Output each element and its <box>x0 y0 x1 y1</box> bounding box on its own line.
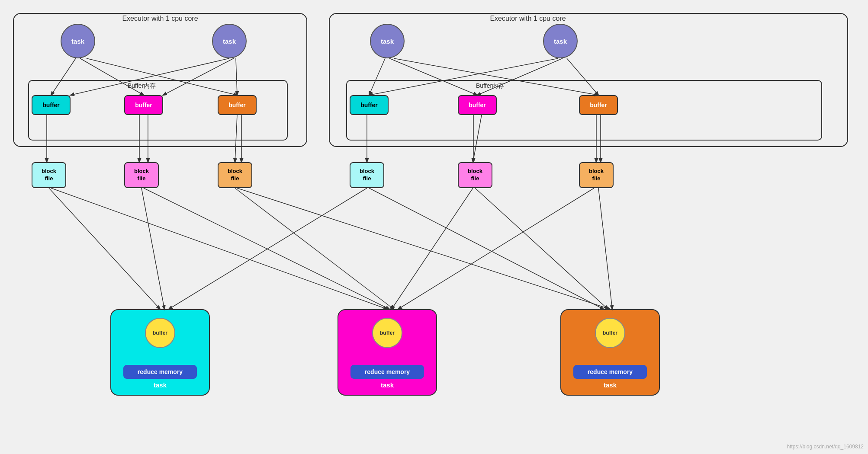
buffer-right-orange: buffer <box>579 95 618 115</box>
reduce-box-cyan: buffer reduce memory task <box>110 309 210 396</box>
svg-line-23 <box>51 188 387 309</box>
reduce-memory-btn-magenta: reduce memory <box>350 365 424 379</box>
svg-line-22 <box>49 188 160 309</box>
block-left-orange: blockfile <box>218 162 252 188</box>
diagram: Executor with 1 cpu core Buffer内存 Execut… <box>0 0 868 454</box>
svg-line-24 <box>141 188 164 309</box>
buffer-right-cyan: buffer <box>350 95 389 115</box>
buffer-mem-label-right: Buffer内存 <box>476 82 504 90</box>
block-left-magenta: blockfile <box>124 162 159 188</box>
reduce-buffer-circle-orange: buffer <box>595 318 625 348</box>
svg-line-30 <box>392 188 473 309</box>
svg-line-27 <box>237 188 610 309</box>
buffer-left-orange: buffer <box>218 95 257 115</box>
buffer-right-magenta: buffer <box>458 95 497 115</box>
executor-label-right: Executor with 1 cpu core <box>454 15 601 22</box>
watermark: https://blog.csdn.net/qq_1609812 <box>787 444 864 450</box>
buffer-left-cyan: buffer <box>32 95 71 115</box>
task-circle-left-1: task <box>61 24 95 58</box>
block-right-cyan: blockfile <box>350 162 384 188</box>
executor-label-left: Executor with 1 cpu core <box>87 15 234 22</box>
svg-line-33 <box>598 188 612 309</box>
task-circle-right-1: task <box>370 24 405 58</box>
block-right-magenta: blockfile <box>458 162 492 188</box>
buffer-left-magenta: buffer <box>124 95 163 115</box>
reduce-buffer-circle-magenta: buffer <box>372 318 402 348</box>
reduce-task-label-cyan: task <box>154 381 167 389</box>
svg-line-28 <box>169 188 367 309</box>
task-circle-right-2: task <box>543 24 578 58</box>
svg-line-26 <box>235 188 394 309</box>
reduce-box-orange: buffer reduce memory task <box>560 309 660 396</box>
reduce-memory-btn-orange: reduce memory <box>573 365 647 379</box>
reduce-buffer-circle-cyan: buffer <box>145 318 175 348</box>
svg-line-32 <box>398 188 594 309</box>
reduce-task-label-magenta: task <box>381 381 394 389</box>
block-left-cyan: blockfile <box>32 162 66 188</box>
reduce-box-magenta: buffer reduce memory task <box>338 309 437 396</box>
svg-line-29 <box>369 188 604 309</box>
block-right-orange: blockfile <box>579 162 614 188</box>
svg-line-31 <box>475 188 608 309</box>
task-circle-left-2: task <box>212 24 247 58</box>
buffer-mem-label-left: Buffer内存 <box>128 82 156 90</box>
reduce-memory-btn-cyan: reduce memory <box>123 365 197 379</box>
svg-line-25 <box>144 188 389 309</box>
reduce-task-label-orange: task <box>604 381 617 389</box>
